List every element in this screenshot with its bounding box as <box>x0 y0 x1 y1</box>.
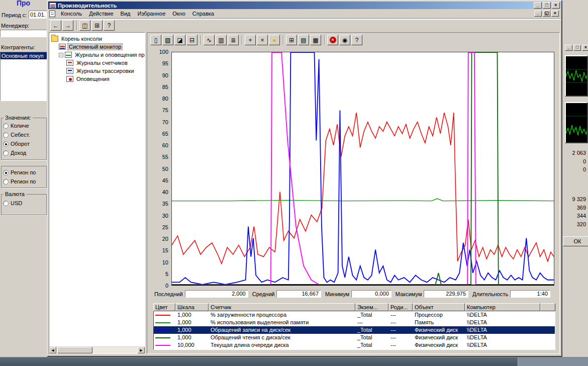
legend-cell: _Total <box>356 334 389 341</box>
highlight-button[interactable]: ● <box>269 35 280 45</box>
legend-cell-color <box>154 334 176 341</box>
forward-button[interactable]: → <box>62 20 73 31</box>
counter-legend: ЦветШкалаСчетчикЭкзем...Роди...ОбъектКом… <box>153 303 555 350</box>
legend-cell: \\DELTA <box>465 334 541 341</box>
tree-horizontal-scrollbar[interactable]: ◀ ▶ <box>49 346 145 353</box>
list-item-selected[interactable]: Основные покуп <box>1 52 47 59</box>
tree-item[interactable]: Оповещения <box>49 75 145 83</box>
add-counter-button[interactable]: + <box>245 35 256 45</box>
help-button[interactable]: ? <box>104 20 115 31</box>
bg-close-button[interactable]: × <box>582 45 588 51</box>
scroll-thumb[interactable] <box>57 347 92 353</box>
delete-counter-button[interactable]: × <box>257 35 268 45</box>
legend-header-cell[interactable]: Счетчик <box>209 303 355 311</box>
view-report-button[interactable]: ≣ <box>228 35 239 45</box>
legend-row[interactable]: 1,000% загруженности процессора_Total---… <box>154 311 555 319</box>
view-log-data-button[interactable]: ⊟ <box>186 35 198 45</box>
region-radio-option[interactable]: Регион по <box>2 168 46 177</box>
export-list-button[interactable]: ⊞ <box>91 20 103 31</box>
legend-header-cell[interactable]: Объект <box>413 303 465 311</box>
caption-buttons: _□× <box>533 2 560 9</box>
close-button[interactable]: × <box>552 2 560 9</box>
clear-display-button[interactable]: ▨ <box>162 35 173 45</box>
menu-help[interactable]: Справка <box>189 10 218 18</box>
tree-item[interactable]: Корень консоли <box>49 35 145 43</box>
legend-row[interactable]: 1,000Обращений записи на диск/сек_Total-… <box>154 326 555 334</box>
desktop: Про Период с: 01.01. Менеджер: Контраген… <box>0 0 588 366</box>
bg-minimize-button[interactable]: _ <box>565 45 572 51</box>
value-readout: 0 <box>563 166 586 172</box>
stat-value: 0,000 <box>351 290 391 298</box>
radio-label: Регион по <box>11 178 36 185</box>
value-radio-option[interactable]: Количе <box>2 121 46 130</box>
tree-item[interactable]: Системный монитор <box>49 43 145 51</box>
menu-window[interactable]: Окно <box>169 10 189 18</box>
tree-item[interactable]: Журналы трассировки <box>49 67 145 75</box>
legend-row[interactable]: 1,000% использования выделенной памяти--… <box>154 319 555 326</box>
toolbar-separator <box>324 36 325 45</box>
child-restore-button[interactable]: ◱ <box>543 11 550 17</box>
trace-log-icon <box>66 68 73 74</box>
menu-favorites[interactable]: Избранное <box>134 10 169 18</box>
manager-input[interactable] <box>0 30 47 37</box>
legend-header-cell[interactable]: Экзем... <box>355 303 388 311</box>
values-groupbox: Значения: КоличеСебест.ОборотДоход <box>1 118 47 160</box>
minimize-button[interactable]: _ <box>534 2 542 9</box>
currency-radio-option[interactable]: USD <box>2 199 46 208</box>
monitor-icon <box>59 44 66 50</box>
freeze-display-button[interactable]: × <box>327 35 338 45</box>
sysmon-help-button[interactable]: ? <box>351 35 362 45</box>
legend-cell: Физический диск <box>413 326 465 334</box>
tree-item[interactable]: −Журналы и оповещения про <box>49 51 145 59</box>
menu-action[interactable]: Действие <box>85 10 117 18</box>
y-axis-label: 65 <box>151 131 168 137</box>
menu-view[interactable]: Вид <box>117 10 134 18</box>
legend-header-cell[interactable]: Роди... <box>388 303 413 311</box>
y-axis-label: 55 <box>151 154 168 160</box>
back-button[interactable]: ← <box>50 20 61 31</box>
bg-maximize-button[interactable]: □ <box>573 45 581 51</box>
legend-cell: Обращений чтения с диска/сек <box>209 334 356 341</box>
radio-icon <box>3 150 9 156</box>
maximize-button[interactable]: □ <box>543 2 551 9</box>
toolbar-separator <box>283 36 284 45</box>
legend-header-cell[interactable]: Цвет <box>153 303 175 311</box>
show-hide-tree-button[interactable]: ◫ <box>79 20 90 31</box>
properties-button[interactable]: ▦ <box>310 35 321 45</box>
stat-value: 229,975 <box>424 290 468 298</box>
region-radio-option[interactable]: Регион по <box>2 177 46 186</box>
view-current-activity-button[interactable]: ◪ <box>174 35 185 45</box>
new-counter-set-button[interactable]: ▯ <box>150 35 161 45</box>
value-radio-option[interactable]: Оборот <box>2 139 46 148</box>
taskbar <box>0 357 588 366</box>
legend-cell: \\DELTA <box>465 326 541 334</box>
value-radio-option[interactable]: Доход <box>2 148 46 157</box>
view-histogram-button[interactable]: ▥ <box>216 35 227 45</box>
legend-row[interactable]: 10,000Текущая длина очереди диска_Total-… <box>154 341 555 349</box>
legend-header-cell[interactable]: Шкала <box>175 303 209 311</box>
child-caption-buttons: _◱× <box>533 11 559 17</box>
view-graph-button[interactable]: ∿ <box>204 35 215 45</box>
tree-expander-icon[interactable]: − <box>59 53 63 57</box>
scroll-left-button[interactable]: ◀ <box>49 347 56 353</box>
period-label: Период с: <box>2 12 27 18</box>
counterparties-listbox[interactable]: Основные покуп <box>0 52 47 101</box>
update-data-button[interactable]: ◉ <box>339 35 350 45</box>
copy-properties-button[interactable]: ⊞ <box>286 35 297 45</box>
legend-row[interactable]: 1,000Обращений чтения с диска/сек_Total-… <box>154 334 555 341</box>
child-minimize-button[interactable]: _ <box>534 11 542 17</box>
y-axis-label: 85 <box>151 84 168 90</box>
graph-series-0 <box>172 113 554 263</box>
child-close-button[interactable]: × <box>551 11 559 17</box>
legend-header-cell[interactable]: Компьютер <box>465 303 540 311</box>
scroll-right-button[interactable]: ▶ <box>138 347 145 353</box>
background-app-right: _□× 2 06300 9 329369344320 ОК <box>562 0 588 358</box>
period-input[interactable]: 01.01. <box>29 11 47 19</box>
y-axis-label: 95 <box>151 60 168 66</box>
ok-button[interactable]: ОК <box>563 236 588 246</box>
value-radio-option[interactable]: Себест. <box>2 130 46 139</box>
menu-console[interactable]: Консоль <box>57 10 85 18</box>
paste-counter-list-button[interactable]: ▤ <box>298 35 309 45</box>
tree-item[interactable]: Журналы счетчиков <box>49 59 145 67</box>
title-bar[interactable]: Производительность _□× <box>48 2 561 9</box>
